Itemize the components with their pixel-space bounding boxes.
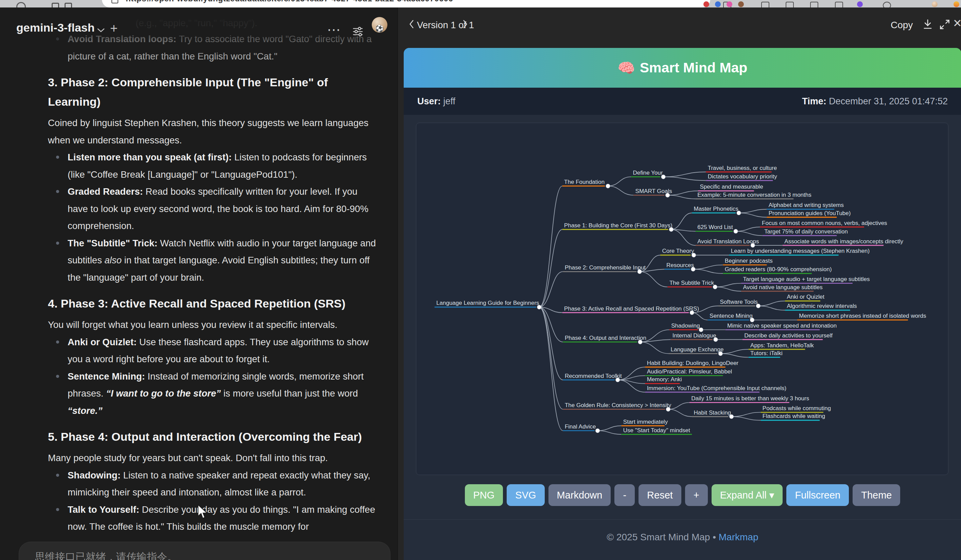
mindmap-svg[interactable]: Language Learning Guide for BeginnersThe… [416,123,948,475]
mindmap-node[interactable]: Recommended Toolkit [563,373,622,382]
mindmap-node[interactable]: Beginner podcasts [723,258,772,265]
version-next-icon[interactable] [461,19,469,29]
extension-icon[interactable] [738,2,744,7]
mindmap-collapse-dot[interactable] [734,229,738,233]
mindmap-toolbar-expand-all-button[interactable]: Expand All ▾ [712,484,783,506]
mindmap-node-label[interactable]: Daily 15 minutes is better than weekly 3… [691,395,809,402]
mindmap-node[interactable]: Daily 15 minutes is better than weekly 3… [689,395,809,402]
mindmap-node-label[interactable]: Resources [666,262,694,268]
mindmap-node-label[interactable]: Shadowing [671,323,700,329]
mindmap-node-label[interactable]: Beginner podcasts [725,258,773,264]
mindmap-collapse-dot[interactable] [661,175,665,179]
mindmap-node-label[interactable]: Internal Dialogue [672,332,716,339]
mindmap-node[interactable]: Apps: Tandem, HelloTalk [749,342,814,349]
mindmap-node-label[interactable]: Use "Start Today" mindset [623,427,690,433]
mindmap-collapse-dot[interactable] [690,311,694,314]
mindmap-toolbar-zoom-in-button[interactable]: + [685,484,708,506]
mindmap-node-label[interactable]: Phase 1: Building the Core (First 30 Day… [564,222,672,229]
tab-icon[interactable] [64,3,72,8]
mindmap-node[interactable]: Language Learning Guide for Beginners [435,300,542,309]
mindmap-node[interactable]: Software Tools [718,299,760,308]
mindmap-node-label[interactable]: Language Exchange [670,346,723,353]
mindmap-node[interactable]: The Subtitle Trick [668,280,717,289]
mindmap-node[interactable]: Avoid Translation Loops [696,238,759,247]
mindmap-node-label[interactable]: 625 Word List [697,224,733,230]
mindmap-node[interactable]: Start immediately [621,419,668,426]
mindmap-collapse-dot[interactable] [718,352,722,356]
mindmap-node[interactable]: Phase 4: Output and Interaction [563,335,646,344]
mindmap-node-label[interactable]: Recommended Toolkit [565,373,622,379]
mindmap-node-label[interactable]: Sentence Mining [710,313,753,319]
profile-icon[interactable] [883,2,891,8]
mindmap-node[interactable]: Audio/Practical: Pimsleur, Babbel [645,368,732,375]
mindmap-collapse-dot[interactable] [692,253,696,257]
url-bar[interactable]: https://open-webui.yungtzedaidata.site/c… [102,0,710,8]
mindmap-node-label[interactable]: Focus on most common nouns, verbs, adjec… [762,220,887,226]
user-avatar[interactable]: ⚽ [372,17,387,33]
mindmap-node[interactable]: Mimic native speaker speed and intonatio… [725,323,837,330]
mindmap-node[interactable]: Master Phonetics [692,205,741,215]
mindmap-node-label[interactable]: Define Your [633,170,663,176]
mindmap-node-label[interactable]: Anki or Quizlet [787,294,824,300]
mindmap-node-label[interactable]: Phase 2: Comprehensible Input [565,264,646,271]
mindmap-node-label[interactable]: Graded readers (80-90% comprehension) [725,266,832,273]
url-text[interactable]: https://open-webui.yungtzedaidata.site/c… [126,0,453,3]
mindmap-node[interactable]: The Golden Rule: Consistency > Intensity [563,402,672,411]
mindmap-node-label[interactable]: Habit Building: Duolingo, LingoDeer [647,360,739,366]
mindmap-node[interactable]: Language Exchange [669,346,723,355]
mindmap-node-label[interactable]: Audio/Practical: Pimsleur, Babbel [647,368,732,375]
mindmap-node-label[interactable]: Avoid Translation Loops [697,238,759,245]
mindmap-collapse-dot[interactable] [699,327,703,332]
mindmap-toolbar-fullscreen-button[interactable]: Fullscreen [786,484,849,506]
mindmap-node-label[interactable]: Phase 4: Output and Interaction [565,335,646,341]
mindmap-node[interactable]: Alphabet and writing systems [767,202,844,209]
mindmap-node[interactable]: Final Advice [563,424,600,433]
mindmap-node[interactable]: Use "Start Today" mindset [621,427,692,434]
mindmap-collapse-dot[interactable] [638,270,641,274]
tab-icon[interactable] [51,3,59,8]
browser-avatar[interactable] [932,2,938,7]
mindmap-node-label[interactable]: Avoid native language subtitles [743,284,823,290]
mindmap-node-label[interactable]: Language Learning Guide for Beginners [436,300,539,306]
mindmap-node[interactable]: Define Your [631,170,665,179]
mindmap-node-label[interactable]: Memory: Anki [647,376,682,383]
mindmap-node[interactable]: The Foundation [562,179,610,188]
mindmap-toolbar-theme-button[interactable]: Theme [853,484,900,506]
mindmap-collapse-dot[interactable] [750,318,754,322]
mindmap-collapse-dot[interactable] [730,414,734,419]
reload-icon[interactable] [16,2,26,8]
mindmap-node-label[interactable]: Associate words with images/concepts dir… [784,238,903,245]
mindmap-node-label[interactable]: Algorithmic review intervals [787,303,857,309]
mindmap-node-label[interactable]: Master Phonetics [694,205,738,212]
mindmap-node[interactable]: Tutors: iTalki [749,350,783,357]
mindmap-node-label[interactable]: Apps: Tandem, HelloTalk [750,342,814,349]
mindmap-node[interactable]: Specific and measurable [698,183,763,191]
mindmap-node-label[interactable]: Alphabet and writing systems [769,202,844,208]
mindmap-node-label[interactable]: Example: 5-minute conversation in 3 mont… [697,192,811,198]
mindmap-node-label[interactable]: Mimic native speaker speed and intonatio… [727,323,837,329]
mindmap-node[interactable]: Associate words with images/concepts dir… [783,238,903,246]
mindmap-node-label[interactable]: Tutors: iTalki [750,350,783,356]
mindmap-collapse-dot[interactable] [756,304,760,308]
mindmap-node[interactable]: Travel, business, or culture [706,165,777,172]
markmap-link[interactable]: Markmap [719,532,759,542]
mindmap-node[interactable]: Avoid native language subtitles [741,284,822,291]
mindmap-node[interactable]: Phase 3: Active Recall and Spaced Repeti… [562,305,699,314]
mindmap-node[interactable]: 625 Word List [696,224,738,233]
mindmap-collapse-dot[interactable] [606,184,610,188]
mindmap-collapse-dot[interactable] [638,340,642,344]
mindmap-toolbar-zoom-out-button[interactable]: - [614,484,635,506]
mindmap-collapse-dot[interactable] [691,267,695,271]
mindmap-node[interactable]: Resources [665,262,695,271]
mindmap-node[interactable]: Anki or Quizlet [785,294,824,301]
mindmap-node-label[interactable]: Describe daily activities to yourself [744,332,832,339]
mindmap-node[interactable]: Core Theory [660,248,696,257]
fullscreen-icon[interactable] [939,18,950,30]
edit-icon[interactable] [810,2,818,8]
mindmap-node[interactable]: Memory: Anki [645,376,682,383]
mindmap-collapse-dot[interactable] [666,193,670,197]
mindmap-toolbar-markdown-button[interactable]: Markdown [548,484,611,506]
mindmap-node-label[interactable]: Final Advice [565,424,596,430]
mindmap-node-label[interactable]: Pronunciation guides (YouTube) [769,210,851,217]
copy-button[interactable]: Copy [891,20,913,30]
